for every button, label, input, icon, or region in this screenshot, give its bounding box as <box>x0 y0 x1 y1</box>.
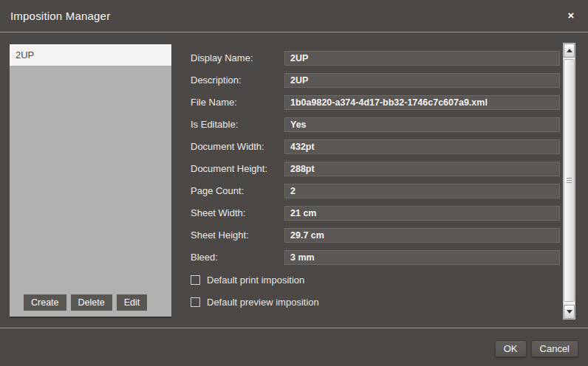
file-name-label: File Name: <box>191 95 284 110</box>
scrollbar-thumb[interactable] <box>564 59 575 302</box>
description-label: Description: <box>191 73 284 88</box>
form-row-is-editable: Is Editable: Yes <box>191 117 560 132</box>
form-row-document-height: Document Height: 288pt <box>191 162 560 176</box>
form-row-bleed: Bleed: 3 mm <box>191 250 560 265</box>
list-button-row: Create Delete Edit <box>10 294 171 317</box>
ok-button[interactable]: OK <box>495 340 527 357</box>
thumb-grip-icon <box>567 182 572 183</box>
default-preview-imposition-row: Default preview imposition <box>191 294 560 309</box>
bleed-field[interactable]: 3 mm <box>284 250 560 265</box>
document-height-label: Document Height: <box>191 162 284 176</box>
dialog-title: Imposition Manager <box>10 0 110 32</box>
form-row-display-name: Display Name: 2UP <box>191 51 560 66</box>
sheet-width-field[interactable]: 21 cm <box>284 206 560 221</box>
edit-button[interactable]: Edit <box>117 294 148 311</box>
scroll-up-button[interactable] <box>564 44 575 58</box>
thumb-grip-icon <box>567 180 572 181</box>
delete-button[interactable]: Delete <box>71 294 112 311</box>
form-row-file-name: File Name: 1b0a9820-a374-4d17-bb32-1746c… <box>191 95 560 110</box>
file-name-field[interactable]: 1b0a9820-a374-4d17-bb32-1746c7c607a9.xml <box>284 95 560 110</box>
form-row-page-count: Page Count: 2 <box>191 184 560 198</box>
default-preview-imposition-checkbox[interactable] <box>191 297 200 307</box>
default-preview-imposition-label: Default preview imposition <box>207 297 319 308</box>
scroll-down-button[interactable] <box>564 305 575 319</box>
vertical-scrollbar[interactable] <box>563 43 575 320</box>
page-count-label: Page Count: <box>191 184 284 198</box>
sheet-width-label: Sheet Width: <box>191 206 284 221</box>
default-print-imposition-label: Default print imposition <box>207 274 304 286</box>
create-button[interactable]: Create <box>24 294 66 311</box>
sheet-height-field[interactable]: 29.7 cm <box>284 228 560 243</box>
close-icon[interactable]: × <box>564 8 578 23</box>
thumb-grip-icon <box>567 178 572 179</box>
footer-button-row: OK Cancel <box>495 340 578 357</box>
document-width-label: Document Width: <box>191 139 284 154</box>
default-print-imposition-checkbox[interactable] <box>191 275 200 285</box>
is-editable-field[interactable]: Yes <box>284 117 560 132</box>
page-count-field[interactable]: 2 <box>284 184 560 198</box>
document-width-field[interactable]: 432pt <box>284 139 560 154</box>
up-arrow-icon <box>567 49 572 52</box>
sheet-height-label: Sheet Height: <box>191 228 284 243</box>
is-editable-label: Is Editable: <box>191 117 284 132</box>
bleed-label: Bleed: <box>191 250 284 265</box>
default-print-imposition-row: Default print imposition <box>191 272 560 287</box>
form-row-sheet-width: Sheet Width: 21 cm <box>191 206 560 221</box>
footer-separator <box>0 328 588 328</box>
list-item-2up[interactable]: 2UP <box>10 44 171 66</box>
display-name-label: Display Name: <box>191 51 284 66</box>
imposition-list[interactable]: 2UP Create Delete Edit <box>10 44 171 318</box>
description-field[interactable]: 2UP <box>284 73 560 88</box>
imposition-detail-form: Display Name: 2UP Description: 2UP File … <box>191 51 560 317</box>
down-arrow-icon <box>567 310 572 314</box>
list-empty-area <box>10 66 171 294</box>
cancel-button[interactable]: Cancel <box>531 340 578 357</box>
form-row-sheet-height: Sheet Height: 29.7 cm <box>191 228 560 243</box>
dialog-title-bar[interactable]: Imposition Manager × <box>0 0 588 32</box>
form-row-description: Description: 2UP <box>191 73 560 88</box>
form-row-document-width: Document Width: 432pt <box>191 139 560 154</box>
display-name-field[interactable]: 2UP <box>284 51 560 66</box>
document-height-field[interactable]: 288pt <box>284 162 560 176</box>
